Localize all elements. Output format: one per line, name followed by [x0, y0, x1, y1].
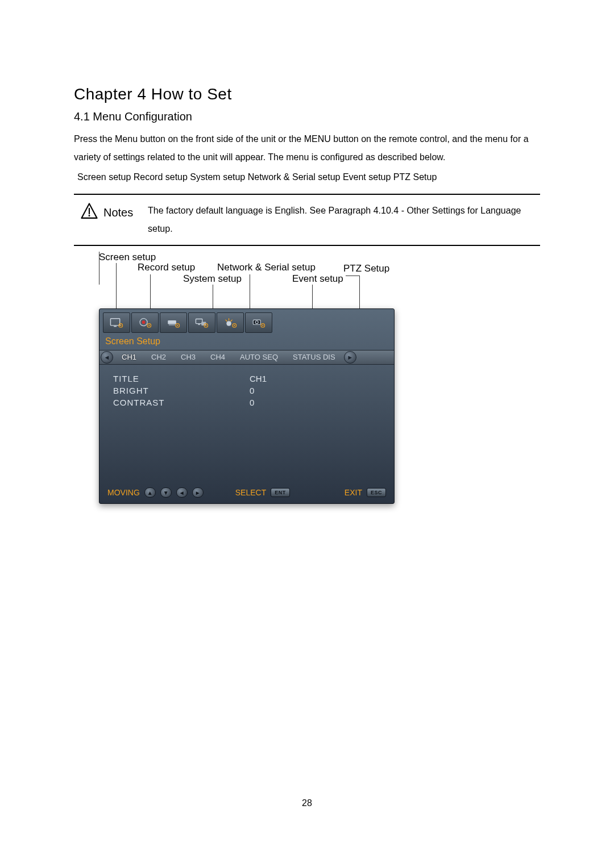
setting-label: BRIGHT — [113, 386, 250, 395]
tab-auto-seq[interactable]: AUTO SEQ — [233, 350, 285, 365]
setting-row-contrast[interactable]: CONTRAST 0 — [113, 398, 380, 407]
intro-paragraph: Press the Menu button on the front side … — [74, 130, 540, 166]
event-setup-icon[interactable] — [217, 312, 244, 333]
callout-screen: Screen setup — [99, 252, 156, 263]
tab-status-dis[interactable]: STATUS DIS — [285, 350, 343, 365]
arrow-down-icon: ▼ — [160, 487, 172, 498]
setting-label: TITLE — [113, 374, 250, 383]
svg-rect-2 — [110, 319, 119, 326]
svg-point-7 — [142, 320, 146, 324]
device-screen-title: Screen Setup — [99, 334, 394, 350]
channel-tab-row: ◄ CH1 CH2 CH3 CH4 AUTO SEQ STATUS DIS ► — [99, 350, 394, 365]
network-setup-icon[interactable] — [188, 312, 215, 333]
device-body: TITLE CH1 BRIGHT 0 CONTRAST 0 — [99, 365, 394, 484]
svg-point-5 — [120, 325, 121, 326]
tab-ch4[interactable]: CH4 — [203, 350, 233, 365]
svg-rect-15 — [198, 324, 200, 325]
arrow-up-icon: ▲ — [144, 487, 156, 498]
section-title: 4.1 Menu Configuration — [74, 110, 540, 123]
footer-moving-label: MOVING — [107, 488, 140, 497]
setting-value: 0 — [250, 398, 380, 407]
svg-point-25 — [262, 325, 263, 326]
ent-button-icon: ENT — [271, 488, 290, 497]
menu-icon-row — [99, 311, 394, 334]
svg-point-13 — [177, 325, 178, 326]
setting-row-title[interactable]: TITLE CH1 — [113, 374, 380, 383]
svg-rect-3 — [114, 326, 117, 327]
device-footer: MOVING ▲ ▼ ◄ ► SELECT ENT EXIT ESC — [99, 484, 394, 503]
notes-text: The factory default language is English.… — [148, 202, 540, 238]
tab-scroll-left-icon[interactable]: ◄ — [101, 351, 113, 364]
callout-event: Event setup — [292, 273, 343, 285]
chapter-title: Chapter 4 How to Set — [74, 85, 540, 103]
notes-box: Notes The factory default language is En… — [74, 194, 540, 246]
warning-icon — [80, 202, 99, 223]
svg-point-21 — [234, 325, 235, 326]
screen-setup-icon[interactable] — [103, 312, 130, 333]
setting-value: CH1 — [250, 374, 380, 383]
svg-point-9 — [148, 325, 150, 326]
callout-system: System setup — [183, 273, 242, 285]
svg-rect-10 — [168, 320, 176, 324]
callout-ptz: PTZ Setup — [343, 263, 389, 274]
svg-rect-11 — [169, 324, 175, 325]
notes-label: Notes — [103, 206, 133, 219]
device-screenshot: Screen Setup ◄ CH1 CH2 CH3 CH4 AUTO SEQ … — [99, 308, 395, 504]
svg-point-18 — [205, 325, 206, 326]
footer-exit-label: EXIT — [345, 488, 362, 497]
callout-network: Network & Serial setup — [217, 262, 316, 273]
tab-scroll-right-icon[interactable]: ► — [344, 351, 356, 364]
page-number: 28 — [0, 798, 614, 808]
esc-button-icon: ESC — [367, 488, 386, 497]
arrow-right-icon: ► — [192, 487, 204, 498]
tab-ch3[interactable]: CH3 — [173, 350, 203, 365]
callout-record: Record setup — [138, 262, 195, 273]
setting-value: 0 — [250, 386, 380, 395]
device-callouts: Screen setup Record setup System setup N… — [99, 252, 540, 308]
setup-list-line: Screen setup Record setup System setup N… — [74, 172, 540, 182]
ptz-setup-icon[interactable] — [245, 312, 272, 333]
footer-select-label: SELECT — [235, 488, 266, 497]
svg-rect-14 — [196, 319, 202, 324]
setting-label: CONTRAST — [113, 398, 250, 407]
tab-ch2[interactable]: CH2 — [144, 350, 173, 365]
system-setup-icon[interactable] — [160, 312, 187, 333]
arrow-left-icon: ◄ — [176, 487, 188, 498]
record-setup-icon[interactable] — [131, 312, 159, 333]
svg-point-1 — [89, 215, 90, 216]
setting-row-bright[interactable]: BRIGHT 0 — [113, 386, 380, 395]
tab-ch1[interactable]: CH1 — [114, 350, 144, 365]
